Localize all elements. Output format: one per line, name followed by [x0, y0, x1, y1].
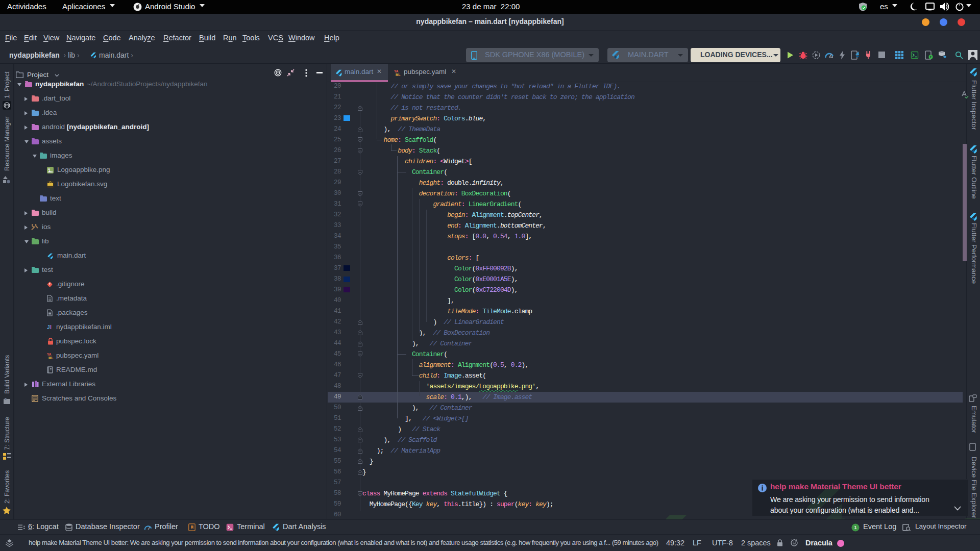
svg-text:J: J: [47, 324, 50, 330]
svg-text:ML: ML: [396, 73, 400, 77]
svg-text:ML: ML: [48, 356, 53, 360]
svg-text:1: 1: [854, 524, 857, 530]
svg-text:I: I: [50, 324, 52, 330]
